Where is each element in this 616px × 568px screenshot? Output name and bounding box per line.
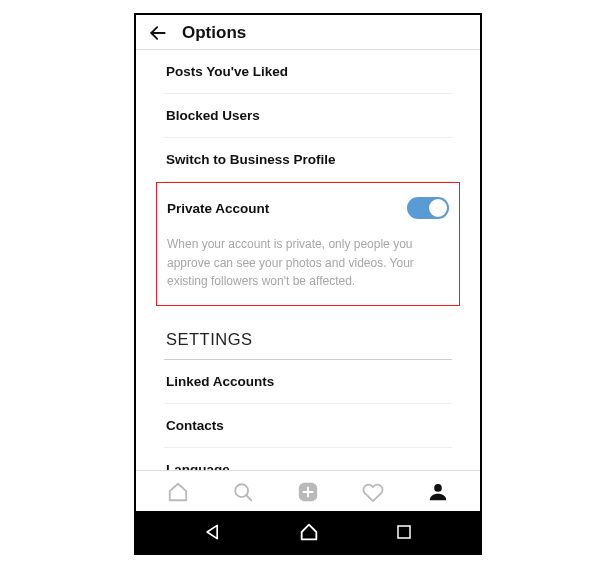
toggle-knob <box>429 199 447 217</box>
svg-rect-8 <box>398 526 410 538</box>
option-posts-liked[interactable]: Posts You've Liked <box>164 50 452 94</box>
svg-marker-7 <box>207 525 217 538</box>
option-linked-accounts[interactable]: Linked Accounts <box>164 360 452 404</box>
options-content: Posts You've Liked Blocked Users Switch … <box>136 50 480 470</box>
heart-icon <box>362 481 384 503</box>
svg-point-6 <box>434 484 442 492</box>
option-blocked-users[interactable]: Blocked Users <box>164 94 452 138</box>
option-label: Posts You've Liked <box>166 64 288 79</box>
phone-frame: Options Posts You've Liked Blocked Users… <box>134 13 482 555</box>
private-account-description: When your account is private, only peopl… <box>165 233 451 305</box>
bottom-tab-bar <box>136 470 480 511</box>
option-language[interactable]: Language <box>164 448 452 470</box>
android-recent[interactable] <box>395 523 413 541</box>
option-label: Language <box>166 462 230 470</box>
tab-activity[interactable] <box>353 479 393 505</box>
back-button[interactable] <box>148 23 168 43</box>
square-recent-icon <box>395 523 413 541</box>
arrow-left-icon <box>148 23 168 43</box>
profile-icon <box>427 481 449 503</box>
option-label: Switch to Business Profile <box>166 152 336 167</box>
option-label: Blocked Users <box>166 108 260 123</box>
android-nav-bar <box>136 511 480 553</box>
android-home[interactable] <box>298 521 320 543</box>
home-icon <box>167 481 189 503</box>
app-header: Options <box>136 15 480 50</box>
search-icon <box>232 481 254 503</box>
option-label: Private Account <box>167 201 269 216</box>
page-title: Options <box>182 23 246 43</box>
android-back[interactable] <box>203 522 223 542</box>
settings-section-header: SETTINGS <box>164 306 452 360</box>
tab-search[interactable] <box>223 479 263 505</box>
tab-home[interactable] <box>158 479 198 505</box>
android-home-icon <box>298 521 320 543</box>
triangle-back-icon <box>203 522 223 542</box>
private-account-toggle[interactable] <box>407 197 449 219</box>
option-contacts[interactable]: Contacts <box>164 404 452 448</box>
option-label: Contacts <box>166 418 224 433</box>
tab-add[interactable] <box>288 479 328 505</box>
option-label: Linked Accounts <box>166 374 274 389</box>
tab-profile[interactable] <box>418 479 458 505</box>
add-post-icon <box>297 481 319 503</box>
option-switch-business[interactable]: Switch to Business Profile <box>164 138 452 182</box>
highlight-box: Private Account When your account is pri… <box>156 182 460 306</box>
svg-line-2 <box>246 495 251 500</box>
option-private-account[interactable]: Private Account <box>165 183 451 233</box>
